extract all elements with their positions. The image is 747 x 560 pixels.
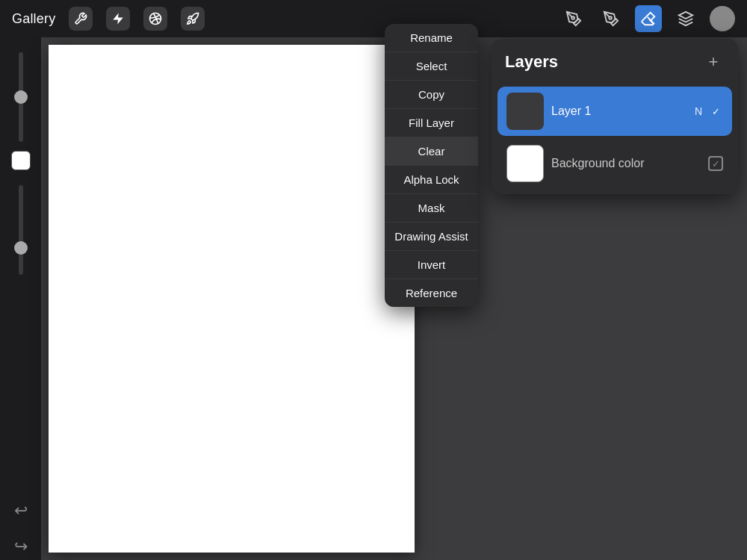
- user-avatar[interactable]: [710, 6, 735, 31]
- layers-panel: Layers + Layer 1 N Background color: [492, 39, 738, 194]
- opacity-thumb: [14, 241, 28, 255]
- layer-bg-name: Background color: [551, 157, 645, 170]
- layer-1-mode: N: [695, 105, 702, 117]
- layer-1-checkbox[interactable]: [708, 104, 723, 119]
- brush-size-thumb: [14, 90, 28, 104]
- color-swatch[interactable]: [11, 151, 31, 170]
- stencil-icon[interactable]: [143, 7, 167, 31]
- context-drawing-assist[interactable]: Drawing Assist: [385, 223, 478, 251]
- context-rename[interactable]: Rename: [385, 24, 478, 52]
- layer-item-1[interactable]: Layer 1 N: [498, 87, 732, 136]
- context-menu: Rename Select Copy Fill Layer Clear Alph…: [385, 24, 478, 307]
- canvas-board[interactable]: [49, 45, 415, 553]
- layer-bg-checkbox[interactable]: [708, 156, 723, 171]
- context-copy[interactable]: Copy: [385, 81, 478, 109]
- layer-1-name: Layer 1: [551, 105, 591, 118]
- lightning-icon[interactable]: [106, 7, 130, 31]
- context-fill-layer[interactable]: Fill Layer: [385, 109, 478, 137]
- layer-1-controls: N: [695, 104, 723, 119]
- svg-point-3: [609, 16, 612, 19]
- redo-button[interactable]: ↪: [7, 533, 34, 560]
- layers-panel-icon[interactable]: [672, 5, 699, 32]
- add-layer-button[interactable]: +: [702, 51, 725, 73]
- context-mask[interactable]: Mask: [385, 194, 478, 223]
- svg-marker-4: [679, 12, 692, 19]
- eraser-tool-icon[interactable]: [635, 5, 662, 32]
- brush-size-slider[interactable]: [19, 52, 23, 142]
- context-invert[interactable]: Invert: [385, 251, 478, 279]
- top-bar: Gallery: [0, 0, 747, 37]
- layer-1-thumbnail: [506, 93, 544, 130]
- top-bar-left: Gallery: [12, 7, 205, 31]
- opacity-slider[interactable]: [19, 185, 23, 275]
- layer-bg-thumbnail: [506, 145, 544, 182]
- context-select[interactable]: Select: [385, 52, 478, 81]
- svg-point-2: [571, 16, 574, 19]
- layer-bg-controls: [708, 156, 723, 171]
- layers-title: Layers: [505, 52, 558, 72]
- pencil-tool-icon[interactable]: [560, 5, 587, 32]
- pen-tool-icon[interactable]: [598, 5, 624, 32]
- context-clear[interactable]: Clear: [385, 137, 478, 166]
- svg-marker-0: [114, 13, 124, 25]
- rocket-icon[interactable]: [181, 7, 205, 31]
- left-sidebar: ↩ ↪: [0, 37, 41, 560]
- wrench-icon[interactable]: [69, 7, 93, 31]
- context-reference[interactable]: Reference: [385, 279, 478, 307]
- layer-item-bg[interactable]: Background color: [498, 139, 732, 188]
- layers-header: Layers +: [492, 39, 738, 84]
- top-bar-right: [560, 5, 735, 32]
- undo-button[interactable]: ↩: [7, 497, 34, 524]
- gallery-button[interactable]: Gallery: [12, 11, 55, 27]
- context-alpha-lock[interactable]: Alpha Lock: [385, 166, 478, 194]
